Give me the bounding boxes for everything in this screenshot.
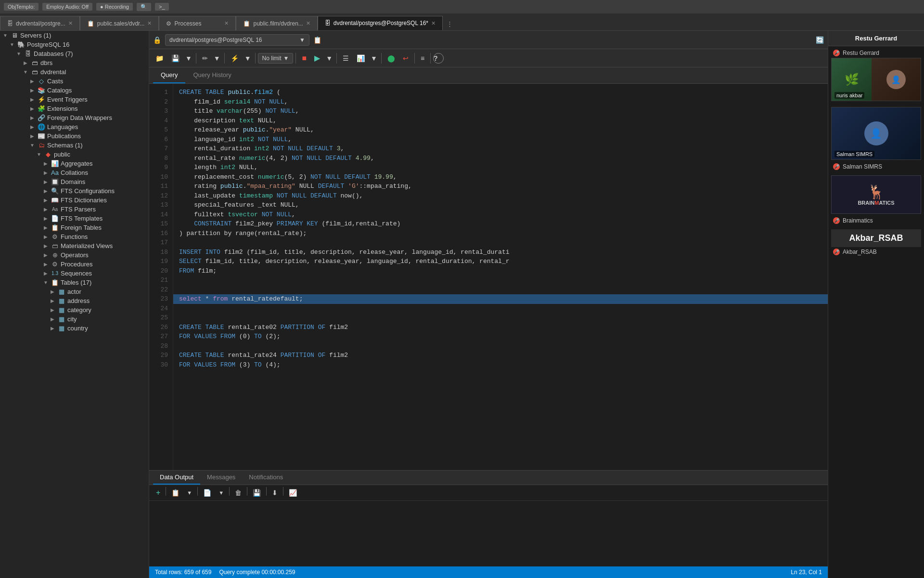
sidebar-item-functions[interactable]: ▶ ⚙ Functions xyxy=(0,232,149,241)
brainmatics-video-tile: 🦌 BRAINMATICS xyxy=(831,175,921,214)
sidebar-item-aggregates[interactable]: ▶ 📊 Aggregates xyxy=(0,159,149,168)
sidebar-item-schemas[interactable]: ▼ 🗂 Schemas (1) xyxy=(0,141,149,150)
employ-audio-btn[interactable]: Employ Audio: Off xyxy=(42,3,92,11)
edit-dropdown-btn[interactable]: ▼ xyxy=(212,53,222,64)
sidebar-item-fts-templates[interactable]: ▶ 📄 FTS Templates xyxy=(0,214,149,223)
sidebar-item-domains[interactable]: ▶ 🔲 Domains xyxy=(0,177,149,186)
tab-close[interactable]: ✕ xyxy=(147,20,152,26)
download-btn[interactable]: ⬇ xyxy=(269,487,281,499)
sidebar-item-operators[interactable]: ▶ ⊕ Operators xyxy=(0,250,149,260)
copy-dropdown-btn[interactable]: ▼ xyxy=(184,487,195,499)
sidebar-item-dvdrental[interactable]: ▼ 🗃 dvdrental xyxy=(0,67,149,77)
tab-processes[interactable]: ⚙ Processes ✕ xyxy=(159,16,236,30)
sidebar-item-city[interactable]: ▶ ▦ city xyxy=(0,315,149,324)
filter-dropdown-btn[interactable]: ▼ xyxy=(243,53,253,64)
sidebar-item-collations[interactable]: ▶ Aa Collations xyxy=(0,168,149,177)
copy-btn[interactable]: 📋 xyxy=(168,487,182,499)
participant-brainmatics: 🦌 BRAINMATICS 🎤 Brainmatics xyxy=(828,173,924,227)
add-row-btn[interactable]: + xyxy=(153,487,163,499)
table-icon: ▦ xyxy=(58,297,65,304)
tab-close[interactable]: ✕ xyxy=(224,20,229,26)
sidebar-item-tables[interactable]: ▼ 📋 Tables (17) xyxy=(0,278,149,287)
tab-film[interactable]: 📋 public.film/dvdren... ✕ xyxy=(236,16,317,30)
sidebar-item-languages[interactable]: ▶ 🌐 Languages xyxy=(0,122,149,131)
sidebar-item-fts-parsers[interactable]: ▶ Aa FTS Parsers xyxy=(0,205,149,214)
save-data-btn[interactable]: 💾 xyxy=(250,487,264,499)
terminal-btn[interactable]: >_ xyxy=(155,3,169,11)
sidebar-item-mat-views[interactable]: ▶ 🗃 Materialized Views xyxy=(0,241,149,250)
sidebar-item-fts-config[interactable]: ▶ 🔍 FTS Configurations xyxy=(0,186,149,196)
tab-dvdrental-1[interactable]: 🗄 dvdrental/postgre... ✕ xyxy=(0,16,80,30)
search-btn[interactable]: 🔍 xyxy=(137,3,151,11)
connection-selector[interactable]: dvdrental/postgres@PostgreSQL 16 ▼ xyxy=(165,34,309,46)
sidebar-item-fdw[interactable]: ▶ 🔗 Foreign Data Wrappers xyxy=(0,113,149,122)
sidebar-item-foreign-tables[interactable]: ▶ 📋 Foreign Tables xyxy=(0,223,149,232)
chart-btn[interactable]: 📈 xyxy=(286,487,300,499)
sidebar-item-extensions[interactable]: ▶ 🧩 Extensions xyxy=(0,104,149,113)
video-name-overlay: nuris akbar xyxy=(834,92,864,99)
save-dropdown-btn[interactable]: ▼ xyxy=(184,53,193,64)
tab-close[interactable]: ✕ xyxy=(68,20,73,26)
sidebar-item-category[interactable]: ▶ ▦ category xyxy=(0,305,149,315)
sidebar-item-catalogs[interactable]: ▶ 📚 Catalogs xyxy=(0,86,149,95)
tab-label: dvdrental/postgre... xyxy=(16,20,65,27)
participant-mic-icon: 🎤 xyxy=(833,50,840,56)
filter-btn[interactable]: ⚡ xyxy=(227,53,242,64)
sidebar-item-actor[interactable]: ▶ ▦ actor xyxy=(0,287,149,296)
edit-btn[interactable]: ✏ xyxy=(199,53,211,64)
participant-akbar: Akbar_RSAB 🎤 Akbar_RSAB xyxy=(828,227,924,259)
paste-dropdown-btn[interactable]: ▼ xyxy=(216,487,227,499)
sidebar-item-publications[interactable]: ▶ 📰 Publications xyxy=(0,131,149,141)
save-btn[interactable]: 💾 xyxy=(168,53,183,64)
sidebar-item-country[interactable]: ▶ ▦ country xyxy=(0,324,149,333)
recording-btn[interactable]: ● Recording xyxy=(96,3,133,11)
commit-btn[interactable]: ⬤ xyxy=(384,53,398,64)
tab-close[interactable]: ✕ xyxy=(431,20,436,26)
obj-temp-btn[interactable]: ObjTempIo: xyxy=(4,3,38,11)
rollback-btn[interactable]: ↩ xyxy=(399,53,412,64)
sidebar-item-databases[interactable]: ▼ 🗄 Databases (7) xyxy=(0,49,149,58)
run-dropdown-btn[interactable]: ▼ xyxy=(324,53,334,64)
tab-icon: 🗄 xyxy=(7,20,13,27)
explain-dropdown-btn[interactable]: ▼ xyxy=(369,53,379,64)
sidebar-item-event-triggers[interactable]: ▶ ⚡ Event Triggers xyxy=(0,95,149,104)
help-btn[interactable]: ? xyxy=(433,53,444,64)
tab-notifications[interactable]: Notifications xyxy=(242,471,290,485)
sidebar-item-servers[interactable]: ▼ 🖥 Servers (1) xyxy=(0,31,149,40)
run-btn[interactable]: ▶ xyxy=(311,52,323,65)
stop-btn[interactable]: ■ xyxy=(298,52,310,65)
tab-messages[interactable]: Messages xyxy=(200,471,242,485)
tab-query[interactable]: Query xyxy=(153,67,185,83)
expand-arrow: ▶ xyxy=(42,225,49,230)
code-content[interactable]: CREATE TABLE public.film2 ( film_id seri… xyxy=(173,84,828,470)
explain-chart-btn[interactable]: 📊 xyxy=(353,53,368,64)
expand-arrow: ▶ xyxy=(49,298,56,303)
tabs-overflow-btn[interactable]: ⋮ xyxy=(443,17,457,30)
paste-btn[interactable]: 📄 xyxy=(200,487,214,499)
sidebar-item-procedures[interactable]: ▶ ⚙ Procedures xyxy=(0,260,149,269)
tab-close[interactable]: ✕ xyxy=(306,20,310,26)
delete-row-btn[interactable]: 🗑 xyxy=(232,487,244,499)
sidebar-item-sequences[interactable]: ▶ 1.3 Sequences xyxy=(0,269,149,278)
limit-arrow-icon: ▼ xyxy=(283,55,289,62)
tab-data-output[interactable]: Data Output xyxy=(153,471,200,485)
macros-btn[interactable]: ≡ xyxy=(417,53,428,64)
expand-arrow: ▼ xyxy=(15,51,22,56)
sidebar-item-fts-dict[interactable]: ▶ 📖 FTS Dictionaries xyxy=(0,196,149,205)
tab-sales[interactable]: 📋 public.sales/dvdr... ✕ xyxy=(80,16,159,30)
limit-dropdown[interactable]: No limit ▼ xyxy=(258,53,294,64)
code-editor[interactable]: 12345 678910 1112131415 1617181920 21222… xyxy=(149,84,828,470)
sidebar-item-dbrs[interactable]: ▶ 🗃 dbrs xyxy=(0,58,149,67)
open-file-btn[interactable]: 📁 xyxy=(152,53,167,64)
sidebar-item-casts[interactable]: ▶ ◇ Casts xyxy=(0,77,149,86)
expand-arrow: ▶ xyxy=(42,170,49,175)
tab-dvdrental-active[interactable]: 🗄 dvdrental/postgres@PostgreSQL 16* ✕ xyxy=(318,16,443,30)
clipboard-icon[interactable]: 📋 xyxy=(313,36,321,44)
refresh-icon[interactable]: 🔄 xyxy=(816,36,824,44)
tab-query-history[interactable]: Query History xyxy=(185,67,239,83)
sidebar-item-address[interactable]: ▶ ▦ address xyxy=(0,296,149,305)
cursor-position-label: Ln 23, Col 1 xyxy=(791,569,822,576)
sidebar-item-pg16[interactable]: ▼ 🐘 PostgreSQL 16 xyxy=(0,40,149,49)
sidebar-item-public[interactable]: ▼ ◆ public xyxy=(0,150,149,159)
explain-btn[interactable]: ☰ xyxy=(339,53,352,64)
